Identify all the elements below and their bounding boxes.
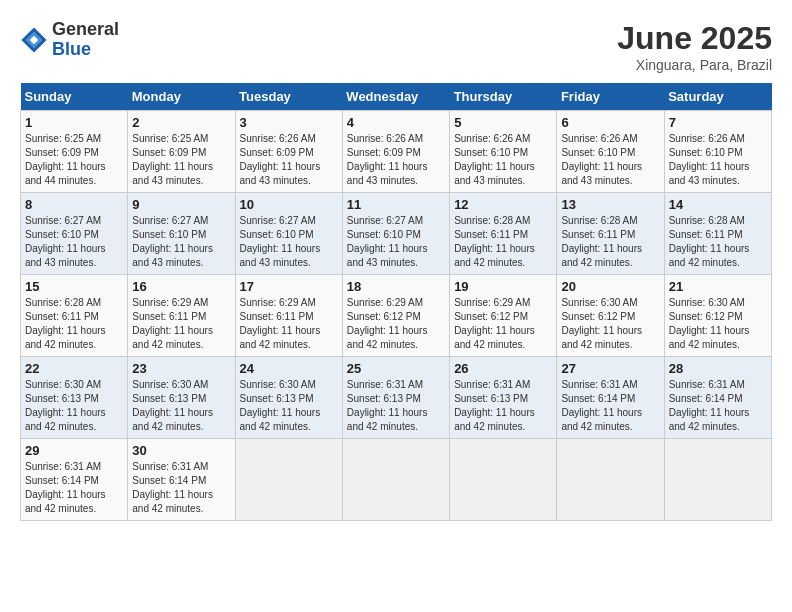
day-info: Sunrise: 6:29 AMSunset: 6:11 PMDaylight:… (240, 296, 338, 352)
day-number: 4 (347, 115, 445, 130)
week-row-1: 1Sunrise: 6:25 AMSunset: 6:09 PMDaylight… (21, 111, 772, 193)
calendar-cell: 10Sunrise: 6:27 AMSunset: 6:10 PMDayligh… (235, 193, 342, 275)
logo: General Blue (20, 20, 119, 60)
day-number: 1 (25, 115, 123, 130)
day-number: 3 (240, 115, 338, 130)
day-info: Sunrise: 6:26 AMSunset: 6:10 PMDaylight:… (561, 132, 659, 188)
day-number: 14 (669, 197, 767, 212)
day-number: 8 (25, 197, 123, 212)
day-number: 17 (240, 279, 338, 294)
day-number: 28 (669, 361, 767, 376)
calendar-cell: 24Sunrise: 6:30 AMSunset: 6:13 PMDayligh… (235, 357, 342, 439)
day-number: 9 (132, 197, 230, 212)
calendar-cell: 15Sunrise: 6:28 AMSunset: 6:11 PMDayligh… (21, 275, 128, 357)
day-info: Sunrise: 6:26 AMSunset: 6:09 PMDaylight:… (240, 132, 338, 188)
header-monday: Monday (128, 83, 235, 111)
day-number: 25 (347, 361, 445, 376)
day-info: Sunrise: 6:31 AMSunset: 6:14 PMDaylight:… (132, 460, 230, 516)
header-thursday: Thursday (450, 83, 557, 111)
day-info: Sunrise: 6:30 AMSunset: 6:12 PMDaylight:… (561, 296, 659, 352)
week-row-2: 8Sunrise: 6:27 AMSunset: 6:10 PMDaylight… (21, 193, 772, 275)
calendar-cell: 13Sunrise: 6:28 AMSunset: 6:11 PMDayligh… (557, 193, 664, 275)
day-info: Sunrise: 6:30 AMSunset: 6:13 PMDaylight:… (240, 378, 338, 434)
day-info: Sunrise: 6:30 AMSunset: 6:12 PMDaylight:… (669, 296, 767, 352)
header-sunday: Sunday (21, 83, 128, 111)
calendar-cell: 25Sunrise: 6:31 AMSunset: 6:13 PMDayligh… (342, 357, 449, 439)
day-info: Sunrise: 6:29 AMSunset: 6:12 PMDaylight:… (347, 296, 445, 352)
calendar-cell: 27Sunrise: 6:31 AMSunset: 6:14 PMDayligh… (557, 357, 664, 439)
title-area: June 2025 Xinguara, Para, Brazil (617, 20, 772, 73)
calendar-cell (235, 439, 342, 521)
day-number: 7 (669, 115, 767, 130)
calendar-cell (342, 439, 449, 521)
calendar-cell: 21Sunrise: 6:30 AMSunset: 6:12 PMDayligh… (664, 275, 771, 357)
day-number: 21 (669, 279, 767, 294)
calendar-cell: 9Sunrise: 6:27 AMSunset: 6:10 PMDaylight… (128, 193, 235, 275)
calendar-cell (450, 439, 557, 521)
day-number: 24 (240, 361, 338, 376)
day-number: 20 (561, 279, 659, 294)
calendar-cell: 6Sunrise: 6:26 AMSunset: 6:10 PMDaylight… (557, 111, 664, 193)
calendar-cell (664, 439, 771, 521)
calendar-cell: 3Sunrise: 6:26 AMSunset: 6:09 PMDaylight… (235, 111, 342, 193)
header-tuesday: Tuesday (235, 83, 342, 111)
day-info: Sunrise: 6:26 AMSunset: 6:09 PMDaylight:… (347, 132, 445, 188)
logo-general: General (52, 20, 119, 40)
calendar: SundayMondayTuesdayWednesdayThursdayFrid… (20, 83, 772, 521)
day-number: 18 (347, 279, 445, 294)
day-number: 15 (25, 279, 123, 294)
day-info: Sunrise: 6:27 AMSunset: 6:10 PMDaylight:… (240, 214, 338, 270)
calendar-cell: 16Sunrise: 6:29 AMSunset: 6:11 PMDayligh… (128, 275, 235, 357)
day-info: Sunrise: 6:26 AMSunset: 6:10 PMDaylight:… (454, 132, 552, 188)
header-wednesday: Wednesday (342, 83, 449, 111)
day-number: 5 (454, 115, 552, 130)
calendar-cell: 28Sunrise: 6:31 AMSunset: 6:14 PMDayligh… (664, 357, 771, 439)
day-info: Sunrise: 6:28 AMSunset: 6:11 PMDaylight:… (25, 296, 123, 352)
day-info: Sunrise: 6:28 AMSunset: 6:11 PMDaylight:… (669, 214, 767, 270)
day-info: Sunrise: 6:31 AMSunset: 6:14 PMDaylight:… (25, 460, 123, 516)
day-number: 2 (132, 115, 230, 130)
day-number: 27 (561, 361, 659, 376)
calendar-cell: 1Sunrise: 6:25 AMSunset: 6:09 PMDaylight… (21, 111, 128, 193)
logo-icon (20, 26, 48, 54)
week-row-3: 15Sunrise: 6:28 AMSunset: 6:11 PMDayligh… (21, 275, 772, 357)
day-info: Sunrise: 6:28 AMSunset: 6:11 PMDaylight:… (561, 214, 659, 270)
header-friday: Friday (557, 83, 664, 111)
day-info: Sunrise: 6:31 AMSunset: 6:13 PMDaylight:… (454, 378, 552, 434)
day-number: 22 (25, 361, 123, 376)
day-number: 11 (347, 197, 445, 212)
day-info: Sunrise: 6:25 AMSunset: 6:09 PMDaylight:… (25, 132, 123, 188)
day-info: Sunrise: 6:30 AMSunset: 6:13 PMDaylight:… (132, 378, 230, 434)
day-info: Sunrise: 6:29 AMSunset: 6:11 PMDaylight:… (132, 296, 230, 352)
day-info: Sunrise: 6:28 AMSunset: 6:11 PMDaylight:… (454, 214, 552, 270)
calendar-cell: 4Sunrise: 6:26 AMSunset: 6:09 PMDaylight… (342, 111, 449, 193)
header-saturday: Saturday (664, 83, 771, 111)
calendar-cell: 30Sunrise: 6:31 AMSunset: 6:14 PMDayligh… (128, 439, 235, 521)
calendar-cell: 26Sunrise: 6:31 AMSunset: 6:13 PMDayligh… (450, 357, 557, 439)
week-row-4: 22Sunrise: 6:30 AMSunset: 6:13 PMDayligh… (21, 357, 772, 439)
calendar-cell: 7Sunrise: 6:26 AMSunset: 6:10 PMDaylight… (664, 111, 771, 193)
day-number: 26 (454, 361, 552, 376)
day-info: Sunrise: 6:31 AMSunset: 6:13 PMDaylight:… (347, 378, 445, 434)
calendar-cell: 18Sunrise: 6:29 AMSunset: 6:12 PMDayligh… (342, 275, 449, 357)
day-info: Sunrise: 6:27 AMSunset: 6:10 PMDaylight:… (132, 214, 230, 270)
day-number: 13 (561, 197, 659, 212)
calendar-cell: 2Sunrise: 6:25 AMSunset: 6:09 PMDaylight… (128, 111, 235, 193)
calendar-cell: 19Sunrise: 6:29 AMSunset: 6:12 PMDayligh… (450, 275, 557, 357)
logo-blue: Blue (52, 40, 119, 60)
day-number: 10 (240, 197, 338, 212)
calendar-cell: 5Sunrise: 6:26 AMSunset: 6:10 PMDaylight… (450, 111, 557, 193)
day-number: 16 (132, 279, 230, 294)
calendar-body: 1Sunrise: 6:25 AMSunset: 6:09 PMDaylight… (21, 111, 772, 521)
calendar-cell: 20Sunrise: 6:30 AMSunset: 6:12 PMDayligh… (557, 275, 664, 357)
calendar-cell: 17Sunrise: 6:29 AMSunset: 6:11 PMDayligh… (235, 275, 342, 357)
day-info: Sunrise: 6:25 AMSunset: 6:09 PMDaylight:… (132, 132, 230, 188)
calendar-cell: 23Sunrise: 6:30 AMSunset: 6:13 PMDayligh… (128, 357, 235, 439)
day-info: Sunrise: 6:29 AMSunset: 6:12 PMDaylight:… (454, 296, 552, 352)
month-title: June 2025 (617, 20, 772, 57)
day-info: Sunrise: 6:26 AMSunset: 6:10 PMDaylight:… (669, 132, 767, 188)
day-number: 12 (454, 197, 552, 212)
day-number: 23 (132, 361, 230, 376)
calendar-cell: 22Sunrise: 6:30 AMSunset: 6:13 PMDayligh… (21, 357, 128, 439)
calendar-cell: 12Sunrise: 6:28 AMSunset: 6:11 PMDayligh… (450, 193, 557, 275)
